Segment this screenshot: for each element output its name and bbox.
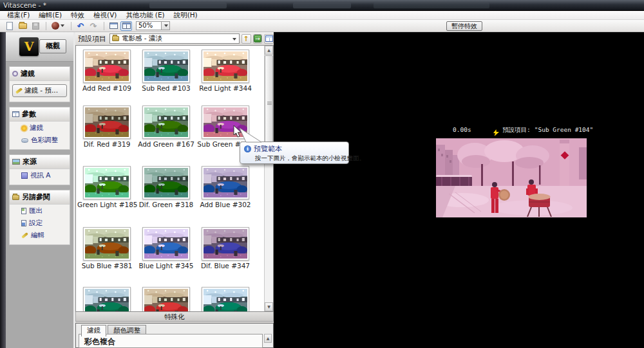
preset-label: Red Light #344: [196, 84, 255, 92]
scrollbar-thumb[interactable]: [265, 55, 273, 153]
folder-up-button[interactable]: ↑: [242, 34, 251, 44]
render-device-button[interactable]: [50, 21, 66, 31]
preset-thumbnail[interactable]: [202, 287, 249, 312]
preset-items-label: 預設項目: [78, 34, 106, 44]
preset-item[interactable]: Add Red #109: [77, 50, 137, 92]
sidebar-item[interactable]: 濾鏡: [10, 122, 70, 134]
preview-workspace: 0.00s 預設項目:"Sub Green #104": [274, 32, 644, 348]
menu-item-3[interactable]: 檢視(V): [89, 11, 121, 20]
vitascene-logo: V: [19, 37, 39, 56]
preset-thumbnail[interactable]: [142, 287, 190, 312]
preset-label: Sub Red #103: [137, 84, 196, 92]
preset-thumbnail[interactable]: [83, 287, 131, 312]
sidebar-section-title: 來源: [23, 157, 37, 167]
preset-thumbnail[interactable]: [142, 50, 190, 83]
sidebar-item-label: 設定: [29, 219, 43, 228]
preset-item[interactable]: Add Green #167: [137, 105, 196, 148]
menu-item-5[interactable]: 說明(H): [169, 11, 202, 20]
menu-item-2[interactable]: 特效: [66, 11, 89, 20]
preset-thumbnail-image: [85, 168, 129, 197]
preset-grid: Add Red #109Sub Red #103Red Light #344Di…: [75, 45, 274, 312]
preset-item[interactable]: Dif. Green #318: [137, 166, 196, 208]
preset-item[interactable]: Green Light #185: [77, 166, 137, 208]
video-preview[interactable]: [436, 136, 587, 222]
preset-label: Dif. Blue #347: [196, 262, 255, 270]
sidebar-item[interactable]: 設定: [10, 217, 70, 229]
zoom-value-input[interactable]: 50%: [136, 21, 162, 30]
menu-item-4[interactable]: 其他功能 (E): [121, 11, 169, 20]
sidebar-item[interactable]: 編輯: [10, 229, 70, 241]
preset-category-dropdown[interactable]: 電影感 - 濃淡: [109, 33, 240, 44]
zoom-dropdown-button[interactable]: [162, 21, 170, 30]
open-project-button[interactable]: [17, 21, 28, 31]
menu-item-1[interactable]: 編輯(E): [34, 11, 66, 20]
preset-thumbnail-image: [85, 229, 129, 259]
preset-label: Add Green #167: [137, 140, 196, 148]
preset-thumbnail[interactable]: [83, 227, 131, 261]
preset-item[interactable]: Red Light #344: [196, 50, 255, 92]
video-icon: [21, 172, 28, 179]
preset-item[interactable]: Dif. Red #319: [77, 105, 137, 148]
preset-item[interactable]: [196, 287, 255, 312]
redo-button[interactable]: ↷: [88, 21, 99, 31]
toolbar-separator: [104, 22, 104, 30]
preset-thumbnail-image: [144, 168, 188, 197]
save-project-button[interactable]: [30, 21, 41, 31]
scroll-up-button[interactable]: ▲: [264, 334, 272, 343]
preset-item[interactable]: Dif. Blue #347: [196, 227, 255, 270]
toolbar-separator: [71, 22, 71, 30]
preview-preset-name: "Sub Green #104": [535, 126, 594, 133]
sidebar-item[interactable]: 濾鏡 - 預...: [12, 84, 67, 97]
preset-item[interactable]: Blue Light #345: [137, 227, 196, 270]
new-project-button[interactable]: [4, 21, 15, 31]
preset-item[interactable]: Sub Red #103: [137, 50, 196, 92]
pause-effect-button[interactable]: 暫停特效: [446, 21, 482, 31]
table-icon: [12, 111, 19, 117]
apply-preset-button[interactable]: →: [253, 34, 263, 44]
preset-thumbnail[interactable]: [83, 105, 131, 139]
ring-icon: [12, 71, 18, 77]
sidebar-item[interactable]: 匯出: [10, 205, 70, 217]
preset-thumbnail[interactable]: [142, 166, 190, 199]
preset-thumbnail[interactable]: [142, 105, 190, 139]
dual-view-button[interactable]: [120, 21, 132, 31]
enter-arrow-icon: →: [254, 35, 261, 42]
preset-item[interactable]: [137, 287, 196, 312]
window-left-edge: [0, 32, 6, 348]
preview-tooltip: i 預覽範本 按一下圖片，會顯示範本的小檢視畫面。: [240, 142, 349, 164]
overview-button[interactable]: 概觀: [39, 39, 66, 53]
preset-thumbnail[interactable]: [142, 227, 190, 261]
preset-thumbnail[interactable]: [83, 50, 131, 83]
preset-label: Green Light #185: [77, 201, 137, 208]
preset-thumbnail[interactable]: [202, 50, 249, 83]
tab-0[interactable]: 濾鏡: [81, 325, 106, 336]
sidebar-section-header: 參數: [10, 107, 70, 122]
view-options-button[interactable]: [264, 34, 274, 44]
scroll-down-button[interactable]: ▼: [265, 302, 273, 311]
properties-scrollbar[interactable]: ▲: [264, 334, 272, 347]
preset-scrollbar[interactable]: ▲ ▼: [264, 46, 273, 311]
preset-item[interactable]: [77, 287, 137, 312]
sidebar-item[interactable]: 視訊 A: [10, 169, 70, 181]
vitascene-window: Vitascene - * 檔案(F)編輯(E)特效檢視(V)其他功能 (E)說…: [0, 0, 644, 348]
preset-item[interactable]: Add Blue #302: [196, 166, 255, 208]
preset-thumbnail[interactable]: [83, 166, 131, 199]
preset-thumbnail[interactable]: [202, 166, 249, 199]
preset-label: Dif. Green #318: [137, 201, 196, 208]
preset-item[interactable]: Sub Blue #381: [77, 227, 137, 270]
dropdown-arrow-icon: [164, 24, 168, 27]
main-area: V 概觀 濾鏡濾鏡 - 預...參數濾鏡色彩調整來源視訊 A另請參閱匯出設定編輯…: [0, 32, 644, 348]
specialization-band[interactable]: 特殊化: [75, 312, 274, 322]
undo-button[interactable]: ↶: [75, 21, 86, 31]
menu-item-0[interactable]: 檔案(F): [3, 11, 34, 20]
sidebar-item[interactable]: 色彩調整: [10, 134, 70, 146]
preset-category-value: 電影感 - 濃淡: [122, 34, 162, 43]
settings-icon: [21, 220, 26, 226]
sidebar-section-title: 另請參閱: [22, 192, 50, 202]
menubar: 檔案(F)編輯(E)特效檢視(V)其他功能 (E)說明(H): [0, 11, 644, 20]
preset-thumbnail[interactable]: [202, 227, 249, 261]
preview-label-text: 預設項目:: [502, 126, 531, 133]
scroll-up-button[interactable]: ▲: [265, 46, 273, 55]
tooltip-body: 按一下圖片，會顯示範本的小檢視畫面。: [244, 154, 345, 163]
single-view-button[interactable]: [108, 21, 119, 31]
